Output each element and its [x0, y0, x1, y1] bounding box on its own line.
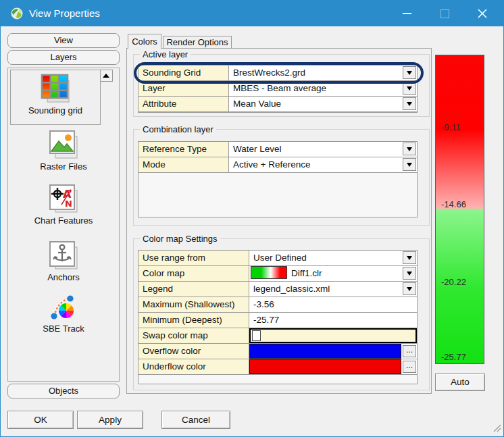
- app-globe-icon: [10, 7, 24, 20]
- swap-color-map-row-label: Swap color map: [138, 328, 249, 343]
- layer-item-sounding-grid[interactable]: Sounding grid: [10, 70, 101, 125]
- depth-color-scale: -9.11 -14.66 -20.22 -25.77: [435, 55, 484, 364]
- mode-value[interactable]: Active + Reference: [229, 157, 417, 172]
- sounding-grid-value[interactable]: BrestWrecks2.grd: [229, 66, 417, 80]
- minimum-value-text: -25.77: [253, 315, 279, 325]
- scale-label: -9.11: [441, 122, 461, 132]
- ok-button-label: OK: [34, 415, 47, 425]
- maximize-button[interactable]: [429, 1, 460, 26]
- minimum-row-label: Minimum (Deepest): [138, 313, 249, 328]
- color-map-settings-group-title: Color map Settings: [140, 234, 220, 244]
- overflow-color-cell: ...: [249, 344, 417, 359]
- active-layer-group-title: Active layer: [140, 49, 191, 59]
- layer-item-label: Chart Features: [8, 215, 119, 226]
- chevron-down-icon: [407, 102, 412, 106]
- table-row: Overflow color ...: [138, 344, 417, 359]
- minimize-icon: [403, 13, 411, 14]
- raster-files-icon: [48, 129, 79, 160]
- use-range-from-value-text: User Defined: [253, 253, 307, 263]
- attribute-row-label: Attribute: [138, 97, 229, 111]
- window-title: View Properties: [29, 1, 100, 26]
- layer-dropdown[interactable]: [403, 82, 416, 95]
- scale-label: -20.22: [441, 277, 466, 287]
- layers-panel-label: Layers: [50, 52, 76, 62]
- attribute-value[interactable]: Mean Value: [229, 97, 417, 111]
- color-map-dropdown[interactable]: [403, 267, 416, 280]
- table-row: Reference Type Water Level: [138, 142, 417, 157]
- layers-panel-button[interactable]: Layers: [7, 50, 120, 65]
- table-row: Attribute Mean Value: [138, 97, 417, 112]
- layer-item-label: Anchors: [8, 272, 119, 282]
- table-row: Color map Diff1.clr: [138, 266, 417, 282]
- table-row: Use range from User Defined: [138, 251, 417, 266]
- swap-color-map-checkbox[interactable]: [252, 330, 261, 341]
- use-range-from-value[interactable]: User Defined: [249, 251, 417, 265]
- mode-value-text: Active + Reference: [233, 159, 310, 170]
- tab-render-options[interactable]: Render Options: [163, 36, 232, 48]
- objects-panel-button[interactable]: Objects: [7, 384, 120, 399]
- apply-button-label: Apply: [99, 415, 122, 425]
- layer-item-label: Raster Files: [8, 161, 119, 172]
- layer-value[interactable]: MBES - Beam average: [229, 81, 417, 96]
- layer-item-label: SBE Track: [8, 324, 119, 334]
- use-range-from-dropdown[interactable]: [403, 251, 416, 264]
- color-map-gradient-swatch: [251, 266, 287, 279]
- table-row: Mode Active + Reference: [138, 157, 417, 173]
- layer-item-sbe-track[interactable]: SBE Track: [8, 288, 119, 337]
- layer-value-text: MBES - Beam average: [233, 83, 326, 93]
- scroll-up-icon: [103, 74, 109, 78]
- scale-label: -14.66: [441, 199, 466, 209]
- cancel-button[interactable]: Cancel: [161, 411, 230, 429]
- resize-grip[interactable]: [493, 423, 502, 433]
- reference-type-row-label: Reference Type: [138, 142, 229, 157]
- apply-button[interactable]: Apply: [77, 411, 143, 429]
- minimum-value-field[interactable]: -25.77: [249, 313, 417, 328]
- mode-dropdown[interactable]: [403, 158, 416, 171]
- legend-value[interactable]: legend_classic.xml: [249, 282, 417, 297]
- layer-item-anchors[interactable]: Anchors: [8, 237, 119, 283]
- chevron-down-icon: [407, 272, 412, 276]
- legend-dropdown[interactable]: [403, 282, 416, 295]
- table-row: Minimum (Deepest) -25.77: [138, 313, 417, 328]
- table-row: Legend legend_classic.xml: [138, 282, 417, 297]
- scroll-up-button[interactable]: [99, 70, 113, 82]
- underflow-color-picker-button[interactable]: ...: [403, 361, 416, 373]
- close-button[interactable]: [467, 1, 498, 26]
- overflow-color-swatch: [249, 344, 401, 359]
- ok-button[interactable]: OK: [7, 411, 74, 429]
- objects-panel-label: Objects: [49, 386, 78, 396]
- use-range-from-row-label: Use range from: [138, 251, 249, 265]
- view-panel-button[interactable]: View: [7, 33, 120, 48]
- auto-button[interactable]: Auto: [435, 374, 485, 391]
- reference-type-value[interactable]: Water Level: [229, 142, 417, 157]
- chevron-down-icon: [407, 71, 412, 75]
- mode-row-label: Mode: [138, 157, 229, 172]
- tab-colors[interactable]: Colors: [128, 34, 161, 49]
- underflow-color-row-label: Underflow color: [138, 359, 249, 374]
- overflow-color-picker-button[interactable]: ...: [403, 345, 416, 357]
- close-icon: [477, 8, 488, 19]
- maximum-value-text: -3.56: [253, 299, 274, 309]
- layer-item-label: Sounding grid: [11, 105, 100, 115]
- maximize-icon: [440, 9, 449, 18]
- minimize-button[interactable]: [391, 1, 422, 26]
- color-map-settings-table: Use range from User Defined Color map Di…: [138, 250, 418, 384]
- underflow-color-swatch: [249, 359, 401, 374]
- combination-layer-group-title: Combination layer: [140, 124, 216, 134]
- sounding-grid-row-label: Sounding Grid: [138, 66, 229, 80]
- color-map-value[interactable]: Diff1.clr: [249, 266, 417, 281]
- color-wheel-track-icon: [48, 291, 79, 322]
- layer-item-chart-features[interactable]: A N Chart Features: [8, 180, 119, 229]
- layer-item-raster-files[interactable]: Raster Files: [8, 126, 119, 175]
- legend-value-text: legend_classic.xml: [253, 284, 330, 294]
- attribute-value-text: Mean Value: [233, 99, 281, 109]
- reference-type-dropdown[interactable]: [403, 143, 416, 155]
- anchor-icon: [48, 240, 79, 271]
- sounding-grid-icon: [40, 73, 71, 104]
- maximum-row-label: Maximum (Shallowest): [138, 297, 249, 312]
- attribute-dropdown[interactable]: [403, 97, 416, 110]
- sounding-grid-dropdown[interactable]: [403, 66, 416, 79]
- svg-text:N: N: [65, 199, 72, 209]
- reference-type-value-text: Water Level: [233, 144, 282, 154]
- maximum-value-field[interactable]: -3.56: [249, 297, 417, 312]
